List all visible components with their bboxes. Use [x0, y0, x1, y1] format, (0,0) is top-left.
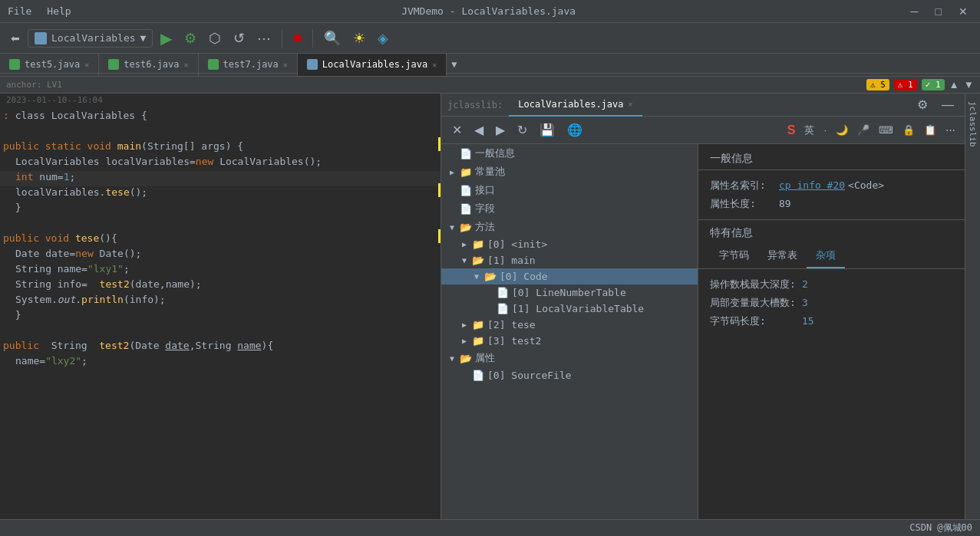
tree-item-test2[interactable]: ▶ 📁 [3] test2 [441, 333, 698, 349]
ime-lang-button[interactable]: 英 [801, 122, 817, 139]
tree-arrow-constant-pool[interactable]: ▶ [447, 168, 457, 176]
tree-item-methods[interactable]: ▼ 📂 方法 [441, 218, 698, 236]
code-line-content-14: } [0, 309, 441, 321]
more-run-button[interactable]: ⋯ [252, 27, 276, 50]
back-button[interactable]: ⬅ [6, 29, 25, 48]
run-button[interactable]: ▶ [156, 26, 177, 51]
tabs-overflow-button[interactable]: ▼ [447, 59, 461, 70]
code-line-content-10: Date date=new Date(); [0, 248, 441, 259]
coverage-button[interactable]: ⬡ [204, 27, 226, 50]
tree-item-init[interactable]: ▶ 📁 [0] <init> [441, 236, 698, 252]
ime-moon-button[interactable]: 🌙 [833, 123, 851, 137]
tree-arrow-tese[interactable]: ▶ [460, 321, 469, 329]
tab-close-test6[interactable]: ✕ [184, 61, 189, 69]
tab-misc[interactable]: 杂项 [807, 244, 845, 268]
browser-jclasslib-button[interactable]: 🌐 [563, 120, 587, 140]
ime-keyboard-button[interactable]: ⌨ [876, 123, 896, 137]
run-configuration[interactable]: LocalVariables ▼ [28, 29, 153, 48]
tree-item-attributes[interactable]: ▼ 📂 属性 [441, 349, 698, 367]
title-bar-menu: File Help [8, 5, 71, 17]
tab-localvariables[interactable]: LocalVariables.java ✕ [298, 54, 447, 76]
tree-item-code[interactable]: ▼ 📂 [0] Code [441, 268, 698, 284]
tree-arrow-test2[interactable]: ▶ [460, 337, 469, 345]
stop-button[interactable]: ■ [289, 27, 306, 49]
cp-info-link[interactable]: cp info #20 [779, 179, 845, 191]
tree-folder-icon-test2: 📁 [472, 335, 484, 347]
tab-exception-table[interactable]: 异常表 [758, 244, 807, 268]
tree-label-main: [1] main [487, 255, 536, 266]
ime-s-button[interactable]: S [784, 122, 799, 139]
tab-label-localvariables: LocalVariables.java [322, 59, 427, 70]
ime-dot-button[interactable]: · [820, 123, 830, 137]
tab-close-test5[interactable]: ✕ [84, 61, 89, 69]
jclasslib-label: jclasslib: [447, 100, 503, 110]
tree-folder-icon-init: 📁 [472, 238, 484, 250]
save-jclasslib-button[interactable]: 💾 [535, 120, 559, 140]
settings-button[interactable]: ⚙ [912, 95, 932, 114]
run-config-arrow: ▼ [140, 32, 147, 44]
add-button[interactable]: ☀ [348, 27, 370, 50]
tree-arrow-attributes[interactable]: ▼ [447, 354, 457, 363]
ime-mic-button[interactable]: 🎤 [854, 123, 873, 137]
scroll-marker-2 [438, 183, 441, 197]
menu-file[interactable]: File [8, 5, 31, 17]
prop-value-code-length: 15 [802, 315, 814, 327]
tab-test5[interactable]: test5.java ✕ [0, 54, 99, 76]
debug-button[interactable]: ⚙ [180, 27, 201, 50]
tab-bytecode[interactable]: 字节码 [710, 244, 758, 268]
maximize-button[interactable]: □ [931, 4, 946, 19]
tab-test6[interactable]: test6.java ✕ [99, 54, 198, 76]
scroll-marker-3 [438, 229, 441, 243]
collapse-button[interactable]: — [937, 96, 959, 114]
warning-down-button[interactable]: ▼ [964, 79, 974, 90]
warning-up-button[interactable]: ▲ [949, 79, 959, 90]
tree-label-init: [0] <init> [487, 238, 547, 250]
tree-arrow-init[interactable]: ▶ [460, 240, 469, 248]
tree-item-linenumbertable[interactable]: 📄 [0] LineNumberTable [441, 284, 698, 301]
plugin-button[interactable]: ◈ [373, 27, 393, 50]
rerun-button[interactable]: ↺ [229, 27, 249, 50]
main-toolbar: ⬅ LocalVariables ▼ ▶ ⚙ ⬡ ↺ ⋯ ■ 🔍 ☀ ◈ [0, 23, 980, 54]
tab-label-test6: test6.java [124, 59, 179, 70]
menu-help[interactable]: Help [47, 5, 71, 17]
tree-item-constant-pool[interactable]: ▶ 📁 常量池 [441, 163, 698, 181]
tree-item-tese[interactable]: ▶ 📁 [2] tese [441, 317, 698, 333]
ime-clipboard-button[interactable]: 📋 [921, 123, 939, 137]
ime-toolbar: S 英 · 🌙 🎤 ⌨ 🔒 📋 ⋯ [784, 122, 959, 139]
forward-jclasslib-button[interactable]: ▶ [491, 120, 510, 140]
minimize-button[interactable]: ─ [906, 4, 923, 19]
close-button[interactable]: ✕ [954, 4, 972, 19]
tab-icon-test5 [9, 59, 20, 70]
search-button[interactable]: 🔍 [319, 27, 345, 50]
close-jclasslib-button[interactable]: ✕ [447, 120, 467, 140]
tree-item-general[interactable]: 📄 一般信息 [441, 144, 698, 163]
tab-close-localvariables[interactable]: ✕ [432, 61, 437, 69]
code-line-8 [0, 217, 441, 232]
ime-lock-button[interactable]: 🔒 [899, 123, 918, 137]
tree-item-main[interactable]: ▼ 📂 [1] main [441, 252, 698, 268]
secondary-tab-localvariables[interactable]: LocalVariables.java ✕ [509, 94, 642, 117]
tree-item-localvariabletable[interactable]: 📄 [1] LocalVariableTable [441, 301, 698, 317]
tab-close-test7[interactable]: ✕ [283, 61, 288, 69]
tree-folder-icon-attributes: 📂 [460, 353, 472, 364]
tab-test7[interactable]: test7.java ✕ [199, 54, 298, 76]
tree-arrow-main[interactable]: ▼ [460, 256, 469, 265]
code-content[interactable]: : class LocalVariables { public static v… [0, 107, 441, 373]
error-count-badge: ⚠ 1 [894, 79, 917, 90]
tree-item-interface[interactable]: 📄 接口 [441, 181, 698, 199]
prop-label-attr-length: 属性长度: [710, 197, 779, 211]
tree-label-test2: [3] test2 [487, 335, 541, 347]
tree-label-fields: 字段 [475, 202, 495, 215]
tree-arrow-methods[interactable]: ▼ [447, 223, 457, 232]
secondary-tab-close[interactable]: ✕ [629, 100, 633, 108]
ime-more-button[interactable]: ⋯ [942, 123, 959, 137]
code-line-content-7: } [0, 202, 441, 213]
refresh-jclasslib-button[interactable]: ↻ [513, 120, 532, 140]
tree-folder-icon-code: 📂 [484, 271, 497, 282]
tree-item-sourcefile[interactable]: 📄 [0] SourceFile [441, 367, 698, 383]
back-jclasslib-button[interactable]: ◀ [470, 120, 488, 140]
tree-item-fields[interactable]: 📄 字段 [441, 199, 698, 218]
tree-arrow-code[interactable]: ▼ [472, 272, 481, 281]
jclasslib-strip-label[interactable]: jclasslib [968, 94, 978, 155]
toolbar-separator [282, 29, 282, 48]
